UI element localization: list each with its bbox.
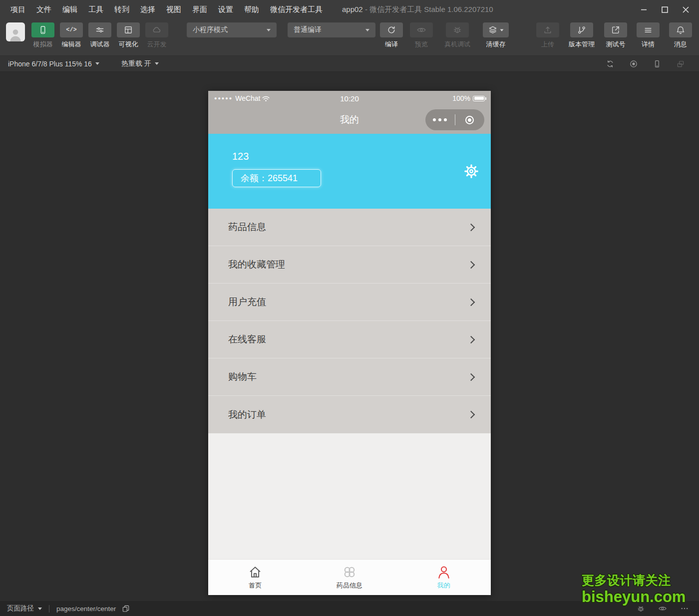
- mode-select[interactable]: 小程序模式: [187, 22, 277, 37]
- home-icon: [248, 565, 263, 580]
- git-branch-icon: [570, 22, 593, 37]
- menu-item-orders[interactable]: 我的订单: [208, 396, 491, 433]
- clover-grid-icon: [342, 565, 357, 580]
- signal-dots-icon: ●●●●●: [214, 96, 233, 101]
- page-path-label[interactable]: 页面路径: [7, 604, 34, 613]
- real-device-debug-button: 真机调试: [444, 22, 470, 49]
- maximize-button[interactable]: [656, 2, 673, 17]
- toolbar-right-group: 上传 版本管理 测试号: [527, 22, 692, 49]
- clear-cache-label: 清缓存: [486, 40, 506, 49]
- window-title: app02 - 微信开发者工具 Stable 1.06.2207210: [342, 5, 493, 14]
- balance-badge: 余额：265541: [232, 169, 321, 187]
- compile-label: 编译: [385, 40, 398, 49]
- menu-item-recharge[interactable]: 用户充值: [208, 284, 491, 321]
- layout-icon: [117, 22, 140, 37]
- menu-view[interactable]: 视图: [161, 5, 187, 14]
- menu-item-favorites[interactable]: 我的收藏管理: [208, 246, 491, 284]
- hamburger-icon: [637, 22, 660, 37]
- cloud-dev-button: 云开发: [145, 22, 168, 49]
- wifi-icon: [262, 95, 270, 102]
- username-label: 123: [232, 151, 491, 162]
- tab-home-label: 首页: [249, 581, 262, 590]
- test-account-label: 测试号: [606, 40, 626, 49]
- menu-project[interactable]: 项目: [5, 5, 31, 14]
- bug-icon: [446, 22, 469, 37]
- person-icon: [436, 565, 451, 580]
- cloud-dev-label: 云开发: [147, 40, 167, 49]
- compile-button[interactable]: 编译: [380, 22, 403, 49]
- rotate-icon[interactable]: [606, 59, 615, 68]
- simulator-phone-icon: [31, 22, 54, 37]
- messages-label: 消息: [674, 40, 687, 49]
- project-name: app02: [342, 5, 363, 13]
- menu-help[interactable]: 帮助: [239, 5, 265, 14]
- menu-item-label: 我的订单: [228, 408, 266, 421]
- close-mini-program-icon[interactable]: [455, 116, 485, 124]
- menu-item-cart[interactable]: 购物车: [208, 358, 491, 396]
- menu-tools[interactable]: 工具: [83, 5, 109, 14]
- chevron-down-icon: [95, 62, 99, 65]
- chevron-right-icon: [467, 411, 475, 419]
- minimize-button[interactable]: [635, 2, 652, 17]
- title-bar: 项目 文件 编辑 工具 转到 选择 视图 界面 设置 帮助 微信开发者工具 ap…: [0, 0, 699, 19]
- menu-goto[interactable]: 转到: [109, 5, 135, 14]
- cloud-icon: [145, 22, 168, 37]
- simulator-label: 模拟器: [33, 40, 53, 49]
- clear-cache-button[interactable]: 清缓存: [483, 22, 509, 49]
- layers-icon: [483, 22, 509, 37]
- divider: [49, 605, 49, 613]
- chevron-down-icon: [155, 62, 159, 65]
- editor-button[interactable]: </> 编辑器: [60, 22, 83, 49]
- test-account-button[interactable]: 测试号: [604, 22, 627, 49]
- refresh-icon: [380, 22, 403, 37]
- visualize-label: 可视化: [119, 40, 138, 49]
- page-path-value: pages/center/center: [56, 605, 116, 613]
- messages-button[interactable]: 消息: [669, 22, 692, 49]
- menu-edit[interactable]: 编辑: [57, 5, 83, 14]
- version-manage-button[interactable]: 版本管理: [569, 22, 595, 49]
- menu-file[interactable]: 文件: [31, 5, 57, 14]
- menu-settings[interactable]: 设置: [213, 5, 239, 14]
- close-button[interactable]: [677, 2, 694, 17]
- chevron-right-icon: [467, 373, 475, 381]
- tab-drug-info-label: 药品信息: [337, 581, 362, 590]
- tab-mine[interactable]: 我的: [396, 560, 491, 595]
- visualize-button[interactable]: 可视化: [117, 22, 140, 49]
- chevron-right-icon: [467, 335, 475, 343]
- settings-gear-icon[interactable]: [464, 164, 479, 179]
- menu-item-label: 用户充值: [228, 296, 266, 308]
- debugger-button[interactable]: 调试器: [88, 22, 111, 49]
- menu-item-label: 在线客服: [228, 333, 266, 346]
- tab-mine-label: 我的: [437, 581, 450, 590]
- phone-device-icon[interactable]: [653, 59, 662, 68]
- record-icon[interactable]: [629, 59, 638, 68]
- upload-label: 上传: [541, 40, 554, 49]
- mini-program-simulator: ●●●●● WeChat 10:20 100% 我的 123 余额：265541: [208, 91, 491, 595]
- battery-icon: [473, 96, 485, 101]
- menu-item-drug-info[interactable]: 药品信息: [208, 209, 491, 246]
- user-avatar[interactable]: [6, 22, 25, 41]
- more-menu-icon[interactable]: [425, 118, 455, 121]
- bell-icon: [669, 22, 692, 37]
- windows-stack-icon: [676, 59, 685, 68]
- menu-devtools[interactable]: 微信开发者工具: [265, 5, 328, 14]
- menu-select[interactable]: 选择: [135, 5, 161, 14]
- device-selector-value: iPhone 6/7/8 Plus 115% 16: [8, 60, 92, 68]
- details-button[interactable]: 详情: [637, 22, 660, 49]
- chevron-right-icon: [467, 223, 475, 231]
- wechat-capsule: [425, 109, 484, 130]
- simulator-button[interactable]: 模拟器: [31, 22, 54, 49]
- phone-nav-bar: 我的: [208, 106, 491, 134]
- person-icon: [8, 26, 23, 41]
- window-controls: [635, 2, 694, 17]
- copy-icon[interactable]: [122, 605, 130, 613]
- editor-label: 编辑器: [62, 40, 81, 49]
- hot-reload-toggle[interactable]: 热重载 开: [121, 59, 159, 68]
- tab-drug-info[interactable]: 药品信息: [303, 560, 397, 595]
- tab-home[interactable]: 首页: [208, 560, 303, 595]
- menu-interface[interactable]: 界面: [187, 5, 213, 14]
- device-selector[interactable]: iPhone 6/7/8 Plus 115% 16: [8, 60, 99, 68]
- compile-mode-select[interactable]: 普通编译: [288, 22, 375, 37]
- preview-button: 预览: [410, 22, 433, 49]
- menu-item-customer-service[interactable]: 在线客服: [208, 321, 491, 358]
